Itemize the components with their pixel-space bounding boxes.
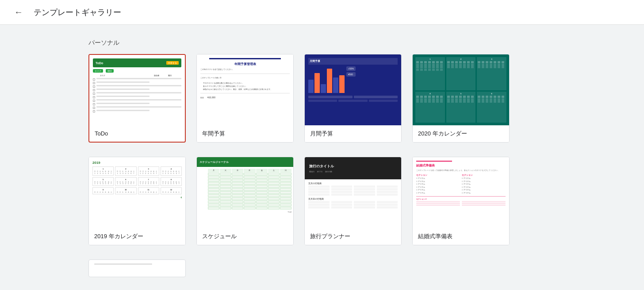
bar-6 [339, 75, 345, 93]
wedding-section2-label: セクション 2 [416, 198, 506, 200]
template-card-calendar-2020[interactable]: 1 2 [412, 54, 510, 143]
cal-mini-4: 4 [415, 92, 445, 123]
template-card-calendar-2019[interactable]: 2019 1日月火水木金土1234567 2日月火水木金土1234567 3日月… [88, 157, 186, 245]
template-label-wedding: 結婚式準備表 [413, 228, 509, 245]
partial-line [94, 263, 152, 265]
thumbnail-schedule: スケジュールジャーナル 月 火 水 木 金 土 日 [197, 157, 293, 228]
schedule-total-label: Total [199, 211, 291, 213]
back-icon: ← [14, 7, 23, 17]
thumbnail-monthly-budget: 月間予算 +50% ¥500 [305, 54, 401, 125]
bar-4 [327, 69, 332, 93]
wedding-item-11: □ アイテム [462, 189, 506, 191]
template-grid-row2: 2019 1日月火水木金土1234567 2日月火水木金土1234567 3日月… [88, 157, 556, 245]
thumbnail-annual-budget: 年間予算管理表 この年のコストを全て設定してください。 このテンプレートの使い方… [197, 54, 293, 125]
todo-col-check [93, 74, 99, 77]
travel-sub1: 開始日 [309, 170, 314, 173]
wedding-item-8: □ アイテム [462, 180, 506, 182]
template-label-calendar-2019: 2019 年カレンダー [89, 228, 185, 245]
todo-pill-1: タスク [93, 69, 103, 73]
sch-day-3: 水 [232, 169, 243, 172]
budget-usage-title: このテンプレートの使い方 [200, 77, 290, 79]
template-label-annual-budget: 年間予算 [197, 125, 293, 142]
travel-section-title2: 五月末の行程表 [308, 197, 398, 200]
sch-day-2: 火 [220, 169, 231, 172]
cal-mini-3: 3 [477, 57, 506, 90]
bar-5 [333, 77, 338, 93]
wedding-item-10: □ アイテム [462, 186, 506, 188]
thumbnail-calendar-2019: 2019 1日月火水木金土1234567 2日月火水木金土1234567 3日月… [89, 157, 185, 228]
monthly-title: 月間予算 [310, 59, 396, 63]
cal2019-grid: 1日月火水木金土1234567 2日月火水木金土1234567 3日月火水木金土… [92, 166, 182, 186]
cal-mini-1: 1 [415, 57, 445, 90]
template-grid-row1: ToDo 共有する タスク 期日 タスク 担当者 期日 [88, 54, 556, 143]
todo-share-btn: 共有する [166, 61, 179, 65]
content-area: パーソナル ToDo 共有する タスク 期日 タスク [0, 25, 644, 290]
section-personal-label: パーソナル [88, 39, 556, 47]
monthly-side: +50% ¥500 [346, 66, 356, 93]
thumbnail-calendar-2020: 1 2 [413, 54, 509, 125]
monthly-badge2: ¥500 [346, 72, 356, 77]
budget-step-3: 緑色のセルに値を入力してください。集計、差異、比率などが自動的に計算されます。 [200, 88, 290, 90]
wedding-item-4: □ アイテム [416, 186, 460, 188]
wedding-desc: このテンプレートを使って結婚式の準備を管理しましょう。各セクションのタスクを入力… [416, 169, 506, 172]
budget-heading: 年間予算管理表 [200, 62, 290, 66]
budget-title-line [209, 58, 281, 59]
budget-step-2: 各カテゴリに対して月ごとに費用を記録してください。 [200, 85, 290, 87]
wedding-item-5: □ アイテム [416, 189, 460, 191]
header: ← テンプレートギャラリー [0, 0, 644, 25]
budget-subtitle: この年のコストを全て設定してください。 [200, 68, 290, 71]
wedding-item-6: □ アイテム [416, 192, 460, 194]
travel-sub2: 終了日 [317, 170, 322, 173]
sch-day-7: 日 [280, 169, 291, 172]
wedding-title-line [416, 161, 452, 162]
template-card-annual-budget[interactable]: 年間予算管理表 この年のコストを全て設定してください。 このテンプレートの使い方… [196, 54, 294, 143]
sch-day-4: 木 [244, 169, 255, 172]
todo-col-task: タスク [100, 74, 153, 77]
bar-3 [321, 84, 326, 93]
monthly-badge1: +50% [346, 66, 356, 71]
bar-2 [314, 73, 320, 93]
wedding-col2-title: セクション [462, 174, 506, 176]
wedding-item-9: □ アイテム [462, 183, 506, 185]
template-card-monthly-budget[interactable]: 月間予算 +50% ¥500 [304, 54, 402, 143]
todo-col-due: 期日 [168, 74, 181, 77]
budget-step-1: 下のテキストを必要な数だけ書き込んでください。 [200, 82, 290, 84]
travel-title-text: 旅行のタイトル [309, 164, 334, 169]
wedding-item-2: □ アイテム [416, 180, 460, 182]
travel-sub3: 旅行日数 [325, 170, 332, 173]
travel-section-title1: 五月の行程表 [308, 182, 398, 185]
template-card-schedule[interactable]: スケジュールジャーナル 月 火 水 木 金 土 日 [196, 157, 294, 245]
template-card-partial[interactable] [88, 259, 186, 277]
wedding-item-1: □ アイテム [416, 177, 460, 179]
todo-col-assignee: 担当者 [154, 74, 167, 77]
sch-day-1: 月 [208, 169, 219, 172]
template-label-schedule: スケジュール [197, 228, 293, 245]
template-label-calendar-2020: 2020 年カレンダー [413, 125, 509, 142]
template-label-todo: ToDo [89, 126, 185, 141]
cal-mini-5: 5 [446, 92, 476, 123]
bar-1 [308, 80, 314, 93]
wedding-heading: 結婚式準備表 [416, 163, 506, 168]
cal-mini-2: 2 [446, 57, 476, 90]
template-card-todo[interactable]: ToDo 共有する タスク 期日 タスク 担当者 期日 [88, 54, 186, 143]
sch-day-6: 土 [268, 169, 280, 172]
wedding-item-7: □ アイテム [462, 177, 506, 179]
template-card-travel[interactable]: 旅行のタイトル 開始日 終了日 旅行日数 五月の行程表 [304, 157, 402, 245]
template-label-monthly-budget: 月間予算 [305, 125, 401, 142]
budget-amount1: ¥10,000 [207, 96, 215, 99]
budget-label1: 数量 [200, 97, 204, 99]
cal-mini-6: 6 [477, 92, 506, 123]
cal2019-year: 2019 [92, 161, 182, 165]
todo-title-text: ToDo [96, 62, 166, 65]
thumbnail-travel: 旅行のタイトル 開始日 終了日 旅行日数 五月の行程表 [305, 157, 401, 228]
template-card-wedding[interactable]: 結婚式準備表 このテンプレートを使って結婚式の準備を管理しましょう。各セクション… [412, 157, 510, 245]
wedding-item-3: □ アイテム [416, 183, 460, 185]
wedding-col1-title: セクション [416, 174, 460, 176]
back-button[interactable]: ← [11, 5, 27, 19]
sch-day-5: 金 [256, 169, 268, 172]
thumbnail-todo: ToDo 共有する タスク 期日 タスク 担当者 期日 [89, 55, 185, 126]
template-label-travel: 旅行プランナー [305, 228, 401, 245]
schedule-title: スケジュールジャーナル [199, 160, 229, 164]
thumbnail-wedding: 結婚式準備表 このテンプレートを使って結婚式の準備を管理しましょう。各セクション… [413, 157, 509, 228]
todo-pill-2: 期日 [106, 69, 114, 73]
